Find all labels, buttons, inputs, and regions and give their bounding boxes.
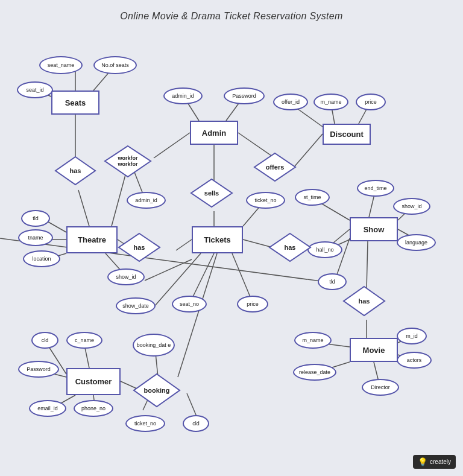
diagram-title: Online Movie & Drama Ticket Reservation …: [0, 0, 463, 22]
attr-seat-id: seat_id: [17, 81, 53, 98]
attr-m-name-discount: m_name: [313, 94, 348, 110]
attr-email-id: email_id: [29, 400, 66, 417]
svg-line-4: [78, 190, 89, 226]
rel-has-seats: has: [54, 156, 96, 186]
rel-offers: offers: [253, 152, 297, 182]
svg-line-52: [178, 253, 217, 377]
svg-line-36: [367, 241, 368, 290]
attr-booking-date: booking_dat e: [133, 334, 175, 357]
svg-line-15: [292, 134, 323, 169]
attr-cld: cld: [31, 332, 58, 349]
svg-line-21: [176, 240, 192, 250]
entity-customer: Customer: [66, 368, 121, 395]
attr-location: location: [23, 250, 60, 267]
attr-seat-no: seat_no: [172, 296, 207, 313]
attr-show-id-theatre: show_id: [107, 268, 145, 285]
svg-line-10: [112, 175, 125, 226]
attr-c-name: c_name: [66, 332, 102, 349]
svg-line-51: [187, 393, 197, 416]
entity-theatre: Theatre: [66, 226, 118, 253]
attr-ticket-no-booking: ticket_no: [125, 415, 165, 432]
entity-seats: Seats: [51, 90, 99, 115]
attr-actors: actors: [397, 352, 432, 369]
attr-password-admin: Password: [224, 87, 265, 104]
attr-admin-id-mid: admin_id: [127, 192, 166, 209]
attr-tld: tld: [21, 210, 50, 227]
attr-cld-booking: cld: [183, 415, 209, 432]
attr-admin-id-top: admin_id: [163, 87, 203, 104]
rel-has-show: has: [268, 232, 312, 262]
svg-line-24: [145, 259, 192, 281]
entity-tickets: Tickets: [192, 226, 243, 253]
attr-hall-no: hall_no: [307, 241, 342, 258]
attr-m-id: m_id: [397, 328, 427, 344]
attr-language: language: [397, 234, 436, 251]
attr-offer-id: offer_id: [273, 94, 308, 110]
attr-release-date: release_date: [293, 364, 336, 381]
attr-director: Director: [362, 379, 399, 396]
attr-no-of-seats: No.of seats: [93, 56, 137, 74]
attr-password-cust: Password: [18, 361, 59, 378]
attr-seat-name: seat_name: [39, 56, 83, 74]
entity-show: Show: [350, 217, 398, 241]
attr-price-discount: price: [356, 94, 386, 110]
attr-m-name-movie: m_name: [294, 332, 332, 349]
entity-movie: Movie: [350, 338, 398, 362]
entity-discount: Discount: [323, 124, 371, 145]
watermark: 💡 creately: [413, 455, 456, 469]
svg-line-7: [154, 133, 190, 158]
attr-ticket-no: ticket_no: [246, 192, 285, 209]
entity-admin: Admin: [190, 121, 238, 145]
attr-end-time: end_time: [357, 180, 394, 197]
rel-workfor: workforworkfor: [104, 145, 152, 178]
rel-booking: booking: [133, 373, 181, 408]
attr-st-time: st_time: [295, 189, 330, 206]
attr-show-date: show_date: [116, 297, 156, 314]
rel-sells: sells: [190, 178, 233, 208]
attr-price-tickets: price: [237, 296, 268, 313]
attr-show-id-show: show_id: [393, 198, 430, 215]
diagram-container: Online Movie & Drama Ticket Reservation …: [0, 0, 463, 476]
attr-tname: tname: [18, 229, 53, 246]
rel-has-movie: has: [342, 285, 386, 317]
attr-phone-no: phone_no: [74, 400, 113, 417]
rel-has-theatre: has: [118, 232, 161, 262]
